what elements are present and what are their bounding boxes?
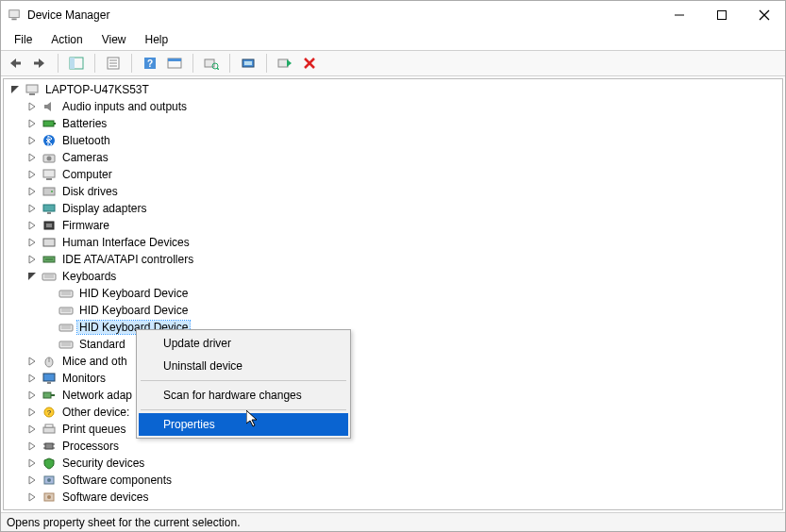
tree-category-row[interactable]: Software components [26,472,782,489]
expand-toggle[interactable] [26,457,38,469]
tree-device-row[interactable]: HID Keyboard Device [43,302,782,319]
svg-rect-42 [43,170,55,177]
context-menu-scan-hardware[interactable]: Scan for hardware changes [139,384,348,407]
svg-point-98 [47,478,51,482]
tree-category-label: Sound, video and game controllers [60,507,239,509]
tree-category-row[interactable]: Firmware [26,217,782,234]
back-button[interactable] [5,53,25,74]
expand-toggle[interactable] [26,373,38,384]
expand-toggle[interactable] [9,84,21,95]
context-menu-uninstall-device[interactable]: Uninstall device [139,355,348,377]
statusbar: Opens property sheet for the current sel… [1,512,785,531]
tree-category-label: Security devices [60,457,146,470]
expand-spacer [43,305,55,316]
expand-toggle[interactable] [26,135,38,146]
svg-rect-0 [9,10,20,18]
svg-marker-47 [29,205,35,212]
expand-toggle[interactable] [26,491,38,503]
tree-category-row[interactable]: IDE ATA/ATAPI controllers [26,251,782,268]
menu-help[interactable]: Help [136,31,178,48]
expand-toggle[interactable] [26,441,38,452]
tree-category-row[interactable]: Bluetooth [26,132,782,149]
expand-toggle[interactable] [26,271,38,282]
action-button[interactable] [164,53,185,74]
svg-rect-90 [45,443,53,449]
close-button[interactable] [743,1,785,29]
category-icon [42,167,57,182]
svg-rect-24 [244,61,252,65]
enable-device-button[interactable] [275,53,295,74]
update-driver-button[interactable] [238,53,259,74]
svg-rect-25 [278,59,288,67]
tree-category-label: Computer [60,168,114,181]
maximize-button[interactable] [700,1,743,29]
svg-text:?: ? [47,408,52,417]
show-hide-console-tree-button[interactable] [66,53,87,74]
tree-category-row[interactable]: Keyboards [26,268,782,285]
tree-category-row[interactable]: Cameras [26,149,782,166]
tree-category-row[interactable]: Sound, video and game controllers [26,506,782,509]
help-button[interactable]: ? [140,53,160,74]
properties-button[interactable] [103,53,124,74]
svg-rect-52 [46,224,52,227]
scan-hardware-button[interactable] [201,53,222,74]
expand-toggle[interactable] [26,508,38,509]
forward-button[interactable] [29,53,50,74]
expand-toggle[interactable] [26,169,38,180]
svg-marker-74 [29,357,35,365]
category-icon [42,490,57,505]
tree-category-label: Human Interface Devices [60,236,192,249]
svg-rect-79 [47,382,51,384]
expand-toggle[interactable] [26,118,38,129]
tree-category-row[interactable]: Security devices [26,455,782,472]
context-menu-properties[interactable]: Properties [139,413,348,436]
expand-toggle[interactable] [26,152,38,163]
expand-toggle[interactable] [26,474,38,486]
tree-category-row[interactable]: Software devices [26,489,782,506]
expand-toggle[interactable] [26,237,38,248]
tree-category-label: Bluetooth [60,134,112,147]
tree-category-row[interactable]: Computer [26,166,782,183]
tree-category-label: Keyboards [60,270,118,283]
expand-toggle[interactable] [26,407,38,418]
tree-category-label: Audio inputs and outputs [60,100,189,113]
minimize-button[interactable] [658,1,700,29]
svg-rect-87 [43,427,55,433]
menu-view[interactable]: View [92,31,136,48]
menu-action[interactable]: Action [42,31,92,48]
expand-toggle[interactable] [26,424,38,435]
svg-rect-81 [43,392,51,398]
tree-category-row[interactable]: Batteries [26,115,782,132]
app-icon [7,8,22,23]
tree-category-row[interactable]: Processors [26,438,782,455]
tree-category-row[interactable]: Display adapters [26,200,782,217]
expand-toggle[interactable] [26,203,38,214]
category-icon [42,184,57,199]
expand-toggle[interactable] [26,356,38,367]
context-menu-separator [141,409,346,410]
svg-marker-77 [29,374,35,382]
svg-rect-43 [46,178,52,180]
uninstall-device-button[interactable] [299,53,320,74]
expand-toggle[interactable] [26,390,38,401]
menu-file[interactable]: File [5,31,42,48]
tree-device-row[interactable]: HID Keyboard Device [43,285,782,302]
expand-toggle[interactable] [26,101,38,112]
category-icon [42,201,57,216]
tree-category-row[interactable]: Disk drives [26,183,782,200]
svg-marker-89 [29,442,35,450]
tree-category-row[interactable]: Human Interface Devices [26,234,782,251]
titlebar: Device Manager [1,1,785,29]
tree-category-label: IDE ATA/ATAPI controllers [60,253,195,266]
svg-point-46 [51,191,53,192]
context-menu-update-driver[interactable]: Update driver [139,332,348,355]
tree-category-row[interactable]: Audio inputs and outputs [26,98,782,115]
expand-toggle[interactable] [26,186,38,197]
tree-root-row[interactable]: LAPTOP-U47KS53T [9,81,782,98]
tree-scroll[interactable]: LAPTOP-U47KS53TAudio inputs and outputsB… [4,79,782,509]
svg-marker-29 [11,86,19,93]
expand-toggle[interactable] [26,254,38,265]
expand-toggle[interactable] [26,220,38,231]
tree-category-label: Print queues [60,423,127,436]
category-icon [42,116,57,131]
